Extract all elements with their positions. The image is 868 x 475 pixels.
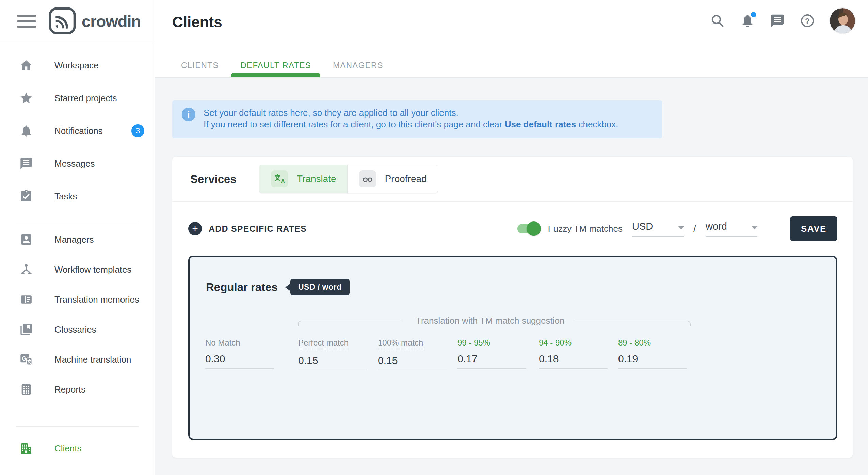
- services-title: Services: [190, 173, 237, 186]
- crowdin-logo-icon: [48, 7, 76, 36]
- translate-icon: A: [271, 170, 288, 187]
- rates-settings: Fuzzy TM matches USD / word SAVE: [517, 216, 837, 241]
- toggle-knob: [527, 221, 541, 236]
- star-icon: [19, 91, 33, 105]
- menu-icon[interactable]: [17, 15, 36, 28]
- sidebar-item-starred-projects[interactable]: Starred projects: [0, 82, 155, 114]
- info-banner-line1: Set your default rates here, so they are…: [204, 107, 618, 119]
- proofread-label: Proofread: [385, 173, 427, 184]
- sidebar-item-reports[interactable]: Reports: [0, 374, 155, 404]
- sidebar-nav: Workspace Starred projects Notifications…: [0, 43, 155, 470]
- rate-col-100-match: 100% match: [378, 338, 451, 370]
- currency-unit-badge: USD / word: [290, 279, 350, 295]
- crowdin-app: crowdin Workspace Starred projects Notif…: [0, 0, 868, 475]
- save-button[interactable]: SAVE: [790, 216, 837, 241]
- rate-input-perfect-match[interactable]: [298, 353, 367, 370]
- unread-notification-dot: [750, 11, 758, 19]
- rate-col-no-match: No Match: [205, 338, 278, 369]
- currency-value: USD: [632, 221, 653, 232]
- info-banner-line2: If you need to set different rates for a…: [204, 119, 618, 130]
- notifications-count-badge: 3: [131, 124, 144, 137]
- sidebar-divider: [16, 221, 139, 221]
- rate-col-perfect-match: Perfect match: [298, 338, 371, 370]
- tab-clients[interactable]: CLIENTS: [172, 53, 228, 77]
- tm-match-bracket-label: Translation with TM match suggestion: [416, 316, 564, 326]
- machine-translate-icon: G: [19, 353, 33, 366]
- services-row: Services A Translate Proofrea: [172, 157, 853, 202]
- sidebar-header: crowdin: [0, 0, 155, 43]
- tab-managers[interactable]: MANAGERS: [324, 53, 392, 77]
- unit-select[interactable]: word: [706, 221, 757, 237]
- default-rates-card: Services A Translate Proofrea: [172, 157, 853, 458]
- sidebar-item-notifications[interactable]: Notifications 3: [0, 114, 155, 147]
- currency-select[interactable]: USD: [632, 221, 684, 237]
- regular-rates-title: Regular rates: [206, 281, 278, 294]
- proofread-segment[interactable]: Proofread: [347, 165, 438, 193]
- rate-col-94-90: 94 - 90%: [539, 338, 612, 369]
- fuzzy-tm-toggle[interactable]: [517, 224, 540, 233]
- sidebar-item-clients[interactable]: Clients: [0, 427, 155, 470]
- rate-input-89-80[interactable]: [618, 352, 687, 369]
- info-icon: i: [182, 108, 195, 121]
- search-icon[interactable]: [710, 13, 725, 28]
- chat-bubble-icon: [19, 157, 33, 170]
- home-icon: [19, 59, 33, 72]
- header-actions: ?: [710, 8, 855, 33]
- chevron-down-icon: [678, 226, 684, 229]
- main-area: Clients ? CLIE: [155, 0, 868, 475]
- rates-toolbar: + ADD SPECIFIC RATES Fuzzy TM matches US…: [172, 202, 853, 256]
- messages-icon[interactable]: [770, 13, 785, 28]
- sidebar-item-workspace[interactable]: Workspace: [0, 49, 155, 82]
- rate-col-99-95: 99 - 95%: [457, 338, 531, 369]
- page-title: Clients: [172, 14, 222, 31]
- translate-segment[interactable]: A Translate: [259, 165, 347, 193]
- fuzzy-tm-label: Fuzzy TM matches: [548, 224, 623, 234]
- per-separator: /: [693, 223, 696, 234]
- user-avatar[interactable]: [830, 8, 855, 33]
- bell-icon: [19, 124, 33, 138]
- memory-card-icon: [19, 293, 33, 306]
- building-icon: [19, 442, 33, 455]
- rate-input-94-90[interactable]: [539, 352, 608, 369]
- bracket-line-left: [298, 321, 402, 326]
- help-icon[interactable]: ?: [800, 13, 815, 28]
- page-header: Clients ? CLIE: [155, 0, 868, 78]
- sidebar-item-workflow-templates[interactable]: Workflow templates: [0, 255, 155, 285]
- bracket-line-right: [573, 321, 691, 326]
- sidebar-item-messages[interactable]: Messages: [0, 147, 155, 180]
- sidebar-item-managers[interactable]: Managers: [0, 225, 155, 255]
- rate-col-89-80: 89 - 80%: [618, 338, 691, 369]
- unit-value: word: [706, 221, 727, 232]
- rate-input-99-95[interactable]: [457, 352, 526, 369]
- rate-input-100-match[interactable]: [378, 353, 447, 370]
- translate-label: Translate: [297, 173, 336, 184]
- chevron-down-icon: [752, 226, 757, 229]
- badge-arrow: [285, 284, 290, 291]
- notifications-bell-icon[interactable]: [740, 13, 755, 28]
- glasses-icon: [359, 170, 376, 187]
- add-specific-rates-button[interactable]: + ADD SPECIFIC RATES: [188, 222, 307, 235]
- calculator-icon: [19, 383, 33, 396]
- plus-icon: +: [188, 222, 202, 235]
- workflow-icon: [19, 263, 33, 276]
- page-content: i Set your default rates here, so they a…: [155, 78, 868, 475]
- service-switcher: A Translate Proofread: [259, 165, 438, 193]
- crowdin-logo[interactable]: crowdin: [48, 7, 141, 36]
- panel-title-row: Regular rates USD / word: [206, 279, 350, 295]
- svg-text:G: G: [22, 355, 26, 362]
- tm-match-bracket: Translation with TM match suggestion: [298, 316, 691, 326]
- sidebar-item-translation-memories[interactable]: Translation memories: [0, 285, 155, 315]
- sidebar-item-machine-translation[interactable]: G Machine translation: [0, 344, 155, 374]
- info-banner: i Set your default rates here, so they a…: [172, 100, 662, 138]
- svg-text:A: A: [281, 178, 285, 185]
- person-card-icon: [19, 233, 33, 246]
- sidebar-item-glossaries[interactable]: Glossaries: [0, 315, 155, 344]
- rate-input-no-match[interactable]: [205, 352, 274, 369]
- info-banner-text: Set your default rates here, so they are…: [204, 107, 618, 132]
- sidebar-item-tasks[interactable]: Tasks: [0, 180, 155, 213]
- sidebar: crowdin Workspace Starred projects Notif…: [0, 0, 155, 475]
- svg-text:?: ?: [805, 16, 810, 25]
- tab-default-rates[interactable]: DEFAULT RATES: [231, 53, 320, 77]
- crowdin-wordmark: crowdin: [82, 12, 141, 31]
- clipboard-check-icon: [19, 189, 33, 203]
